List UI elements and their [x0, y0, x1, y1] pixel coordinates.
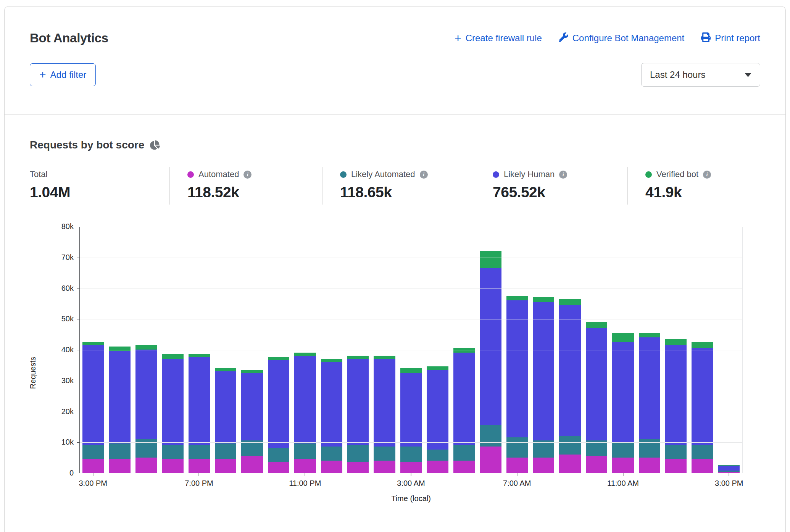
bar-segment-automated	[480, 447, 501, 473]
likely-human-legend-dot	[493, 171, 499, 178]
bar-segment-verified-bot	[215, 368, 236, 371]
stacked-bar[interactable]	[294, 353, 316, 473]
bar-segment-likely-automated	[480, 425, 501, 447]
stacked-bar[interactable]	[82, 342, 104, 473]
stacked-bar[interactable]	[533, 297, 554, 473]
bar-segment-likely-human	[294, 356, 316, 443]
stacked-bar[interactable]	[612, 333, 634, 473]
stacked-bar[interactable]	[427, 366, 448, 473]
stacked-bar[interactable]	[347, 356, 369, 473]
gridline	[80, 319, 742, 319]
stacked-bar[interactable]	[665, 339, 687, 473]
bar-segment-likely-human	[135, 350, 157, 439]
bar-segment-verified-bot	[639, 333, 660, 337]
bar-segment-likely-human	[241, 373, 263, 441]
x-tick-mark	[199, 473, 199, 476]
configure-bot-management-link[interactable]: Configure Bot Management	[559, 32, 685, 44]
gridline	[80, 350, 742, 350]
y-tick-mark	[77, 381, 80, 381]
bar-segment-likely-automated	[692, 445, 713, 459]
bar-segment-likely-automated	[82, 445, 104, 459]
bar-segment-likely-human	[506, 300, 528, 437]
create-firewall-rule-label: Create firewall rule	[466, 33, 542, 44]
stat-automated-value: 118.52k	[187, 184, 322, 201]
x-tick-mark	[93, 473, 93, 476]
stat-likely-automated-label: Likely Automated	[351, 169, 415, 179]
stat-total-label: Total	[30, 169, 47, 179]
bar-segment-likely-automated	[586, 440, 607, 456]
bar-segment-verified-bot	[665, 339, 687, 345]
pie-chart-icon	[150, 140, 160, 150]
bar-segment-automated	[533, 458, 554, 473]
stacked-bar[interactable]	[559, 299, 580, 473]
bar-segment-likely-automated	[162, 445, 183, 459]
x-tick-label: 11:00 PM	[289, 479, 321, 488]
y-axis-title: Requests	[29, 357, 37, 389]
stacked-bar[interactable]	[241, 370, 263, 473]
content: Requests by bot score Total 1.04M Automa…	[5, 114, 785, 519]
automated-legend-dot	[187, 171, 194, 178]
info-icon[interactable]: i	[703, 171, 711, 179]
bar-segment-likely-automated	[189, 445, 210, 459]
time-range-select[interactable]: Last 24 hours	[641, 63, 760, 87]
bar-segment-verified-bot	[480, 251, 501, 268]
stacked-bar[interactable]	[692, 342, 713, 473]
bar-segment-automated	[559, 455, 580, 473]
bar-segment-likely-automated	[374, 447, 395, 460]
x-tick-label: 3:00 PM	[79, 479, 107, 488]
stacked-bar[interactable]	[374, 356, 395, 473]
bar-segment-verified-bot	[135, 345, 157, 350]
stacked-bar[interactable]	[321, 359, 342, 473]
page-title: Bot Analytics	[30, 31, 108, 45]
stacked-bar[interactable]	[506, 296, 528, 473]
bar-segment-verified-bot	[189, 354, 210, 357]
bar-segment-verified-bot	[268, 357, 289, 360]
create-firewall-rule-link[interactable]: + Create firewall rule	[455, 32, 542, 44]
bar-segment-likely-automated	[533, 440, 554, 457]
stacked-bar[interactable]	[162, 354, 183, 473]
bar-segment-likely-human	[162, 359, 183, 445]
y-tick-label: 40k	[47, 345, 74, 354]
bar-segment-likely-human	[533, 302, 554, 440]
print-report-link[interactable]: Print report	[701, 32, 760, 44]
stat-automated: Automated i 118.52k	[169, 167, 322, 205]
stacked-bar[interactable]	[718, 465, 740, 473]
stacked-bar[interactable]	[268, 357, 289, 473]
x-axis-title: Time (local)	[391, 494, 431, 503]
bar-segment-likely-automated	[268, 448, 289, 462]
add-filter-button[interactable]: + Add filter	[30, 63, 96, 86]
bar-segment-likely-automated	[453, 445, 475, 460]
stat-total: Total 1.04M	[30, 167, 169, 205]
x-tick-label: 7:00 PM	[185, 479, 213, 488]
stacked-bar[interactable]	[453, 348, 475, 473]
info-icon[interactable]: i	[420, 171, 428, 179]
bar-segment-verified-bot	[453, 348, 475, 353]
bar-segment-likely-human	[718, 466, 740, 471]
info-icon[interactable]: i	[559, 171, 567, 179]
stacked-bar[interactable]	[639, 333, 660, 473]
gridline	[80, 412, 742, 412]
bar-segment-likely-human	[374, 359, 395, 447]
section-title: Requests by bot score	[30, 139, 144, 151]
stacked-bar[interactable]	[109, 347, 130, 473]
x-tick-label: 3:00 PM	[715, 479, 743, 488]
stacked-bar[interactable]	[189, 354, 210, 473]
bar-segment-likely-human	[480, 268, 501, 425]
stacked-bar[interactable]	[480, 251, 501, 473]
stat-automated-label: Automated	[198, 169, 239, 179]
bar-segment-likely-human	[559, 305, 580, 436]
bar-segment-verified-bot	[559, 299, 580, 305]
y-tick-label: 0	[47, 469, 74, 477]
bar-segment-automated	[189, 459, 210, 473]
stacked-bar[interactable]	[400, 368, 422, 473]
gridline	[80, 289, 742, 289]
y-tick-mark	[77, 442, 80, 443]
stacked-bar[interactable]	[135, 345, 157, 473]
stacked-bar[interactable]	[215, 368, 236, 473]
info-icon[interactable]: i	[243, 171, 252, 179]
bar-segment-automated	[453, 461, 475, 473]
stacked-bar[interactable]	[586, 322, 607, 473]
bar-segment-verified-bot	[692, 342, 713, 348]
bar-segment-automated	[268, 462, 289, 473]
bar-segment-likely-human	[82, 345, 104, 445]
